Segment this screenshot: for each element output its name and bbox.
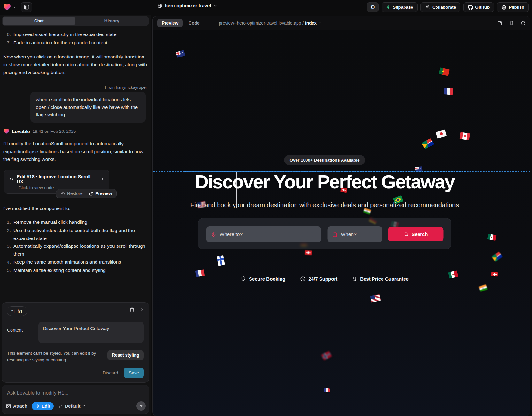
tab-chat[interactable]: Chat bbox=[3, 17, 75, 25]
supabase-label: Supabase bbox=[393, 5, 413, 10]
when-input[interactable]: When? bbox=[328, 226, 382, 242]
trash-icon bbox=[129, 307, 135, 313]
flag-mexico-icon bbox=[487, 234, 497, 241]
message-menu-button[interactable]: ··· bbox=[140, 129, 146, 134]
project-switcher[interactable]: hero-optimizer-travel bbox=[157, 3, 217, 8]
assistant-list-top: 6.Improved visual hierarchy in the expan… bbox=[3, 31, 147, 47]
flag-france-icon bbox=[444, 88, 453, 95]
shield-icon bbox=[241, 276, 246, 282]
calendar-icon bbox=[332, 232, 338, 237]
top-header: hero-optimizer-travel ⚙ Supabase Collabo… bbox=[0, 0, 532, 15]
text-style-icon: тT bbox=[11, 309, 15, 314]
flag-portugal-icon bbox=[439, 67, 450, 76]
sidebar-icon bbox=[24, 5, 29, 10]
trust-item-guarantee: Best Price Guarantee bbox=[352, 276, 409, 282]
tab-code[interactable]: Code bbox=[184, 19, 204, 27]
flag-south-africa-icon bbox=[422, 138, 434, 149]
arrow-up-icon bbox=[139, 404, 143, 408]
destinations-badge: Over 1000+ Destinations Available bbox=[284, 155, 365, 165]
collaborate-button[interactable]: Collaborate bbox=[420, 2, 460, 12]
restore-preview-pill: Restore Preview bbox=[56, 189, 117, 198]
tab-preview[interactable]: Preview bbox=[157, 19, 183, 27]
close-icon bbox=[140, 307, 144, 312]
sliders-icon bbox=[58, 404, 63, 408]
url-prefix: preview--hero-optimizer-travel.lovable.a… bbox=[219, 21, 304, 26]
chevron-down-icon[interactable] bbox=[13, 5, 16, 9]
refresh-button[interactable] bbox=[521, 21, 526, 26]
search-button[interactable]: Search bbox=[388, 227, 444, 241]
send-button[interactable] bbox=[136, 401, 146, 411]
save-button[interactable]: Save bbox=[124, 368, 144, 378]
assistant-timestamp: 18:42 on Feb 20, 2025 bbox=[33, 129, 76, 134]
lovable-logo-icon[interactable] bbox=[3, 4, 11, 11]
flag-norway-icon bbox=[321, 351, 332, 361]
chevron-down-icon bbox=[318, 21, 322, 25]
hero-heading[interactable]: Discover Your Perfect Getaway bbox=[195, 171, 454, 193]
globe-icon bbox=[501, 5, 506, 10]
smartphone-icon bbox=[509, 20, 514, 26]
attach-label: Attach bbox=[13, 404, 27, 409]
settings-button[interactable]: ⚙ bbox=[367, 2, 379, 12]
element-tag-pill[interactable]: тT h1 bbox=[7, 306, 27, 316]
supabase-button[interactable]: Supabase bbox=[382, 2, 418, 12]
model-default-dropdown[interactable]: Default bbox=[58, 404, 86, 409]
github-button[interactable]: GitHub bbox=[463, 2, 494, 12]
flag-france-icon bbox=[324, 388, 330, 392]
styling-note: This element can't be styled. You can ed… bbox=[7, 350, 103, 363]
lovable-heart-icon bbox=[3, 129, 9, 134]
list-item: 6.Improved visual hierarchy in the expan… bbox=[3, 31, 147, 39]
globe-icon bbox=[157, 3, 162, 8]
chat-input-box: Attach Edit Default bbox=[2, 385, 149, 414]
close-panel-button[interactable] bbox=[140, 307, 144, 314]
sidebar-toggle-button[interactable] bbox=[21, 2, 32, 12]
assistant-message-header: Lovable 18:42 on Feb 20, 2025 ··· bbox=[3, 129, 146, 134]
content-textarea[interactable]: Discover Your Perfect Getaway bbox=[38, 322, 144, 343]
element-editor-panel: тT h1 Content Discover Your Perfect Geta… bbox=[2, 302, 149, 383]
supabase-bolt-icon bbox=[386, 5, 390, 10]
chat-message-input[interactable] bbox=[7, 390, 144, 396]
flag-usa-icon bbox=[370, 294, 381, 303]
preview-toolbar: Preview Code preview--hero-optimizer-tra… bbox=[153, 16, 530, 30]
chat-history-tabs: Chat History bbox=[2, 16, 149, 26]
selection-guide-bottom bbox=[153, 193, 530, 193]
clock-icon bbox=[300, 276, 305, 282]
delete-element-button[interactable] bbox=[129, 307, 135, 314]
restore-button[interactable]: Restore bbox=[58, 191, 86, 196]
app-window: hero-optimizer-travel ⚙ Supabase Collabo… bbox=[0, 0, 532, 416]
mobile-view-button[interactable] bbox=[509, 20, 514, 26]
collaborate-label: Collaborate bbox=[432, 5, 456, 10]
trust-item-secure: Secure Booking bbox=[241, 276, 285, 282]
edit-label: Edit bbox=[42, 404, 50, 409]
element-tag-label: h1 bbox=[18, 309, 23, 314]
people-icon bbox=[425, 5, 430, 10]
discard-button[interactable]: Discard bbox=[103, 370, 118, 375]
preview-button[interactable]: Preview bbox=[86, 191, 115, 196]
search-icon bbox=[404, 232, 409, 237]
flag-india-icon bbox=[363, 208, 371, 215]
where-to-input[interactable]: Where to? bbox=[206, 226, 321, 242]
external-link-icon bbox=[497, 21, 502, 26]
publish-label: Publish bbox=[509, 5, 524, 10]
assistant-list-bottom: 1.Remove the manual click handling 2.Use… bbox=[3, 218, 147, 275]
edit-mode-toggle[interactable]: Edit bbox=[32, 402, 53, 410]
url-page: index bbox=[305, 21, 317, 26]
flag-finland-icon bbox=[217, 255, 225, 266]
search-bar: Where to? When? Search bbox=[198, 218, 451, 249]
open-in-new-tab-button[interactable] bbox=[497, 21, 502, 26]
content-label: Content bbox=[7, 328, 23, 333]
gear-icon: ⚙ bbox=[370, 4, 375, 11]
hero-subheading: Find and book your dream destination wit… bbox=[190, 201, 459, 209]
list-item: 4.Keep the same smooth animations and tr… bbox=[3, 258, 147, 267]
list-item: 5.Maintain all the existing content and … bbox=[3, 267, 147, 275]
tab-history[interactable]: History bbox=[75, 17, 148, 25]
assistant-paragraph: I've modified the component to: bbox=[3, 205, 147, 213]
chevron-down-icon bbox=[82, 404, 86, 408]
chevron-down-icon bbox=[213, 4, 217, 8]
preview-url[interactable]: preview--hero-optimizer-travel.lovable.a… bbox=[219, 21, 322, 26]
publish-button[interactable]: Publish bbox=[497, 2, 529, 12]
default-label: Default bbox=[65, 404, 80, 409]
attach-button[interactable]: Attach bbox=[6, 404, 27, 409]
reset-styling-button[interactable]: Reset styling bbox=[107, 350, 144, 360]
list-item: 7.Fade-in animation for the expanded con… bbox=[3, 39, 147, 47]
list-item: 3.Automatically expand/collapse location… bbox=[3, 242, 147, 258]
